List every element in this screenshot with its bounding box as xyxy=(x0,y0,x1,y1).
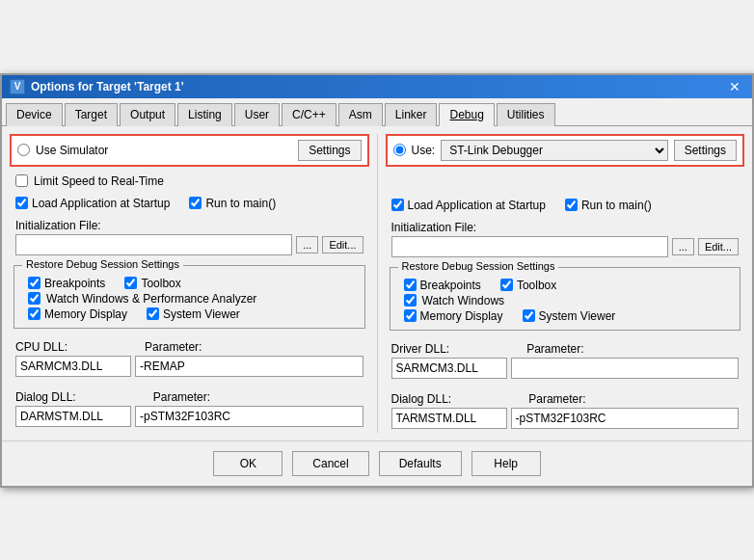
left-load-app: Load Application at Startup xyxy=(15,197,170,210)
left-memory-display: Memory Display xyxy=(28,307,127,321)
tab-asm[interactable]: Asm xyxy=(338,103,383,126)
right-breakpoints-label: Breakpoints xyxy=(420,279,481,292)
left-cpu-dll-section: CPU DLL: Parameter: xyxy=(10,336,369,381)
right-load-app-label: Load Application at Startup xyxy=(408,199,546,212)
right-system-viewer-checkbox[interactable] xyxy=(523,309,535,322)
left-dialog-param-input[interactable] xyxy=(135,406,364,427)
left-toolbox-label: Toolbox xyxy=(141,277,180,290)
simulator-settings-button[interactable]: Settings xyxy=(298,140,361,161)
ok-button[interactable]: OK xyxy=(213,451,283,476)
right-driver-dll-labels: Driver DLL: Parameter: xyxy=(391,342,740,356)
tab-user[interactable]: User xyxy=(234,103,280,126)
left-run-to-main: Run to main() xyxy=(189,197,276,210)
right-dialog-dll-input[interactable] xyxy=(391,408,507,429)
left-load-app-label: Load Application at Startup xyxy=(32,197,170,210)
right-memory-checkbox[interactable] xyxy=(404,309,417,322)
use-debugger-radio[interactable] xyxy=(393,144,406,156)
left-watch-row: Watch Windows & Performance Analyzer xyxy=(22,291,357,307)
left-memory-sysviewer-row: Memory Display System Viewer xyxy=(22,307,357,322)
left-cpu-param-label: Parameter: xyxy=(145,340,202,354)
right-restore-group-title: Restore Debug Session Settings xyxy=(398,260,559,272)
left-system-viewer-checkbox[interactable] xyxy=(147,307,159,320)
two-column-layout: Use Simulator Settings Limit Speed to Re… xyxy=(10,134,744,433)
left-dialog-dll-label: Dialog DLL: xyxy=(15,390,76,404)
tab-target[interactable]: Target xyxy=(65,103,118,126)
right-spacer xyxy=(386,173,745,192)
right-toolbox: Toolbox xyxy=(500,279,556,292)
right-memory-display: Memory Display xyxy=(404,309,503,323)
left-load-app-checkbox[interactable] xyxy=(15,197,28,209)
left-memory-checkbox[interactable] xyxy=(28,307,40,320)
left-run-to-main-checkbox[interactable] xyxy=(189,197,202,209)
left-toolbox-checkbox[interactable] xyxy=(124,277,137,289)
left-edit-button[interactable]: Edit... xyxy=(322,236,363,253)
left-init-file-label: Initialization File: xyxy=(15,219,364,232)
tab-output[interactable]: Output xyxy=(120,103,175,126)
content-area: Use Simulator Settings Limit Speed to Re… xyxy=(2,126,752,440)
simulator-radio[interactable] xyxy=(17,144,30,156)
tab-bar: Device Target Output Listing User C/C++ … xyxy=(2,98,752,126)
defaults-button[interactable]: Defaults xyxy=(379,451,462,476)
left-cpu-param-input[interactable] xyxy=(135,356,364,377)
left-cpu-dll-label: CPU DLL: xyxy=(15,340,67,354)
tab-utilities[interactable]: Utilities xyxy=(497,103,555,126)
right-memory-sysviewer-row: Memory Display System Viewer xyxy=(398,308,733,324)
right-bp-toolbox-row: Breakpoints Toolbox xyxy=(398,278,733,293)
left-breakpoints-label: Breakpoints xyxy=(44,277,105,290)
right-driver-dll-section: Driver DLL: Parameter: xyxy=(386,338,745,383)
right-watch-row: Watch Windows xyxy=(398,293,733,308)
right-toolbox-checkbox[interactable] xyxy=(500,279,513,291)
right-settings-button[interactable]: Settings xyxy=(674,140,737,161)
debugger-select[interactable]: ST-Link Debugger xyxy=(441,140,667,161)
right-driver-dll-inputs xyxy=(391,358,740,379)
left-watch-label: Watch Windows & Performance Analyzer xyxy=(46,292,256,306)
right-load-app-checkbox[interactable] xyxy=(391,199,404,211)
left-memory-label: Memory Display xyxy=(44,307,127,321)
left-bp-toolbox-row: Breakpoints Toolbox xyxy=(22,276,357,291)
right-run-to-main-label: Run to main() xyxy=(581,199,652,212)
tab-listing[interactable]: Listing xyxy=(177,103,232,126)
right-memory-label: Memory Display xyxy=(420,309,503,323)
left-watch-checkbox[interactable] xyxy=(28,292,40,305)
left-init-file-section: Initialization File: ... Edit... xyxy=(10,217,369,257)
left-browse-button[interactable]: ... xyxy=(296,236,318,253)
left-restore-group: Restore Debug Session Settings Breakpoin… xyxy=(13,265,365,329)
tab-linker[interactable]: Linker xyxy=(385,103,438,126)
right-driver-param-input[interactable] xyxy=(511,358,740,379)
right-dialog-dll-label: Dialog DLL: xyxy=(391,392,452,406)
main-window: V Options for Target 'Target 1' ✕ Device… xyxy=(0,73,754,488)
limit-speed-label: Limit Speed to Real-Time xyxy=(34,174,164,188)
right-run-to-main: Run to main() xyxy=(565,199,652,212)
right-watch-checkbox[interactable] xyxy=(404,294,417,307)
right-column: Use: ST-Link Debugger Settings Load Appl… xyxy=(386,134,745,433)
footer: OK Cancel Defaults Help xyxy=(2,440,752,486)
right-dialog-dll-labels: Dialog DLL: Parameter: xyxy=(391,392,740,406)
tab-debug[interactable]: Debug xyxy=(439,103,494,126)
right-system-viewer-label: System Viewer xyxy=(539,309,616,323)
right-group-content: Breakpoints Toolbox Watch Windows xyxy=(398,278,733,324)
limit-speed-row: Limit Speed to Real-Time xyxy=(10,173,369,190)
help-button[interactable]: Help xyxy=(471,451,541,476)
right-init-file-input[interactable] xyxy=(391,236,668,257)
right-browse-button[interactable]: ... xyxy=(672,238,694,255)
left-cpu-dll-input[interactable] xyxy=(15,356,131,377)
left-dialog-dll-input[interactable] xyxy=(15,406,131,427)
right-dialog-param-input[interactable] xyxy=(511,408,740,429)
window-title: Options for Target 'Target 1' xyxy=(31,80,184,93)
left-dialog-dll-labels: Dialog DLL: Parameter: xyxy=(15,390,364,404)
left-init-file-input[interactable] xyxy=(15,234,292,255)
limit-speed-checkbox[interactable] xyxy=(15,174,28,187)
right-edit-button[interactable]: Edit... xyxy=(698,238,739,255)
right-run-to-main-checkbox[interactable] xyxy=(565,199,578,211)
left-cpu-dll-labels: CPU DLL: Parameter: xyxy=(15,340,364,354)
close-button[interactable]: ✕ xyxy=(725,79,744,94)
right-driver-dll-input[interactable] xyxy=(391,358,507,379)
left-restore-group-title: Restore Debug Session Settings xyxy=(22,258,183,270)
cancel-button[interactable]: Cancel xyxy=(292,451,368,476)
tab-cpp[interactable]: C/C++ xyxy=(282,103,337,126)
right-init-file-section: Initialization File: ... Edit... xyxy=(386,219,745,259)
tab-device[interactable]: Device xyxy=(6,103,63,126)
left-breakpoints-checkbox[interactable] xyxy=(28,277,40,289)
right-breakpoints-checkbox[interactable] xyxy=(404,279,417,291)
right-dialog-dll-inputs xyxy=(391,408,740,429)
